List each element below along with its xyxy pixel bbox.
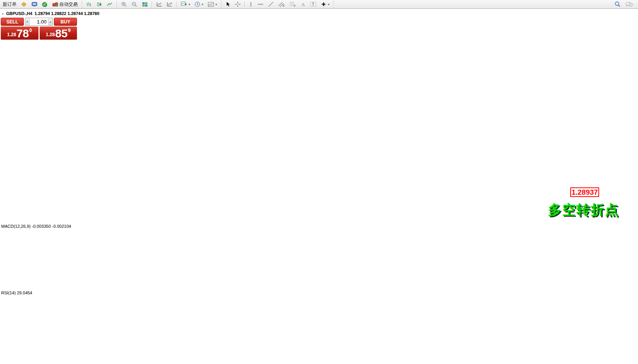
macd-values: -0.003350 -0.002104 bbox=[32, 224, 71, 229]
buy-button[interactable]: BUY bbox=[54, 18, 77, 26]
sell-button[interactable]: SELL bbox=[1, 18, 24, 26]
volume-box: ▼ ▲ bbox=[25, 18, 53, 26]
chart-ohlc-values: 1.28794 1.28822 1.28744 1.28780 bbox=[35, 11, 99, 16]
cursor-icon bbox=[225, 2, 230, 7]
fibonacci-icon: F bbox=[289, 2, 296, 7]
chart-symbol-period: GBPUSD-,H4 bbox=[6, 11, 32, 16]
trendline-tool-button[interactable] bbox=[266, 0, 276, 8]
rsi-name: RSI(14) bbox=[1, 291, 16, 295]
main-toolbar: 新订单 自动交易 bbox=[0, 0, 638, 9]
new-chart-icon bbox=[181, 2, 187, 7]
ohlc-bars-icon bbox=[86, 2, 92, 7]
dropdown-caret-icon: ▾ bbox=[328, 3, 329, 6]
line-chart-mode-button[interactable] bbox=[105, 0, 115, 8]
vertical-line-icon bbox=[249, 2, 253, 7]
candlestick-icon bbox=[97, 2, 102, 7]
chart-shift-icon bbox=[167, 2, 172, 7]
buy-price-big: 85 bbox=[55, 28, 67, 38]
text-tool-button[interactable]: A bbox=[299, 0, 307, 8]
hline-tool-button[interactable] bbox=[256, 0, 266, 8]
macd-label: MACD(12,26,9) -0.003350 -0.002104 bbox=[1, 224, 71, 229]
toolbar-separator bbox=[244, 1, 245, 8]
vline-tool-button[interactable] bbox=[247, 0, 255, 8]
tile-windows-button[interactable] bbox=[140, 0, 150, 8]
template-icon bbox=[208, 2, 214, 7]
svg-text:T: T bbox=[312, 2, 314, 7]
toolbar-separator bbox=[152, 1, 152, 8]
sell-price-small: 1.28 bbox=[7, 32, 16, 37]
market-watch-button[interactable] bbox=[30, 0, 39, 8]
zoom-in-button[interactable] bbox=[119, 0, 129, 8]
trendline-icon bbox=[268, 2, 274, 7]
new-chart-button[interactable]: ▾ bbox=[179, 0, 192, 8]
volume-increase-button[interactable]: ▲ bbox=[48, 18, 52, 25]
text-label-icon: T bbox=[310, 2, 316, 7]
chart-marker-icon: ▸ bbox=[2, 12, 4, 15]
zoom-out-icon bbox=[132, 2, 137, 7]
autotrading-icon bbox=[52, 2, 58, 7]
chart-shift-button[interactable] bbox=[165, 0, 174, 8]
text-a-icon: A bbox=[301, 2, 306, 7]
autotrading-label: 自动交易 bbox=[59, 1, 78, 8]
channel-icon: E bbox=[278, 2, 285, 7]
buy-price-tile[interactable]: 1.28 85 9 bbox=[40, 27, 77, 40]
fibonacci-tool-button[interactable]: F bbox=[287, 0, 298, 8]
sell-price-big: 78 bbox=[17, 28, 29, 38]
sell-price-sup: 0 bbox=[29, 28, 32, 33]
toolbar-separator bbox=[176, 1, 177, 8]
auto-scroll-icon bbox=[156, 2, 162, 7]
monitor-icon bbox=[32, 2, 37, 7]
chat-button[interactable] bbox=[623, 0, 635, 8]
horizontal-line-icon bbox=[257, 2, 264, 6]
buy-price-sup: 9 bbox=[68, 28, 71, 33]
dropdown-caret-icon: ▾ bbox=[202, 3, 203, 6]
crosshair-icon bbox=[235, 2, 241, 7]
rsi-label: RSI(14) 29.0454 bbox=[1, 291, 32, 295]
toolbar-grip bbox=[220, 1, 222, 7]
templates-button[interactable]: ▾ bbox=[206, 0, 219, 8]
autotrading-button[interactable]: 自动交易 bbox=[50, 0, 80, 8]
toolbar-grip bbox=[333, 1, 334, 7]
sell-button-label: SELL bbox=[7, 19, 18, 25]
mt4-terminal-window: 新订单 自动交易 bbox=[0, 0, 638, 364]
volume-decrease-button[interactable]: ▼ bbox=[25, 18, 30, 25]
arrow-objects-button[interactable]: ▾ bbox=[319, 0, 331, 8]
buy-button-label: BUY bbox=[60, 19, 70, 25]
periods-button[interactable]: ▾ bbox=[193, 0, 205, 8]
svg-text:E: E bbox=[283, 4, 285, 7]
auto-scroll-button[interactable] bbox=[154, 0, 164, 8]
search-icon bbox=[615, 1, 621, 7]
zoom-out-button[interactable] bbox=[130, 0, 139, 8]
chart-title: ▸ GBPUSD-,H4 1.28794 1.28822 1.28744 1.2… bbox=[2, 11, 99, 16]
macd-name: MACD(12,26,9) bbox=[1, 224, 30, 229]
svg-text:F: F bbox=[294, 5, 296, 7]
clock-icon bbox=[195, 2, 200, 7]
chart-canvas[interactable] bbox=[0, 8, 638, 364]
turning-point-annotation[interactable]: 多空转折点 bbox=[548, 201, 619, 219]
new-order-label: 新订单 bbox=[3, 1, 17, 8]
toolbar-separator bbox=[117, 1, 117, 8]
toolbar-grip bbox=[81, 1, 83, 7]
bar-chart-mode-button[interactable] bbox=[84, 0, 94, 8]
tile-windows-icon bbox=[142, 2, 148, 7]
search-button[interactable] bbox=[613, 0, 623, 8]
buy-price-small: 1.28 bbox=[46, 32, 55, 37]
new-order-button[interactable]: 新订单 bbox=[1, 0, 18, 8]
signal-button[interactable] bbox=[40, 0, 50, 8]
price-callout-box[interactable]: 1.28937 bbox=[570, 187, 599, 197]
svg-text:A: A bbox=[301, 2, 305, 7]
profile-button[interactable] bbox=[19, 0, 29, 8]
sell-price-tile[interactable]: 1.28 78 0 bbox=[1, 27, 38, 40]
volume-input[interactable] bbox=[30, 18, 48, 25]
signal-icon bbox=[42, 2, 48, 7]
dropdown-caret-icon: ▾ bbox=[189, 3, 190, 6]
cursor-tool-button[interactable] bbox=[224, 0, 232, 8]
line-chart-icon bbox=[107, 2, 113, 7]
profile-gem-icon bbox=[21, 2, 27, 7]
one-click-trading-widget: SELL ▼ ▲ BUY 1.28 78 0 1.28 85 9 bbox=[1, 18, 77, 40]
channel-tool-button[interactable]: E bbox=[276, 0, 287, 8]
rsi-value: 29.0454 bbox=[17, 291, 32, 295]
crosshair-tool-button[interactable] bbox=[233, 0, 242, 8]
label-tool-button[interactable]: T bbox=[308, 0, 318, 8]
candle-chart-mode-button[interactable] bbox=[95, 0, 104, 8]
